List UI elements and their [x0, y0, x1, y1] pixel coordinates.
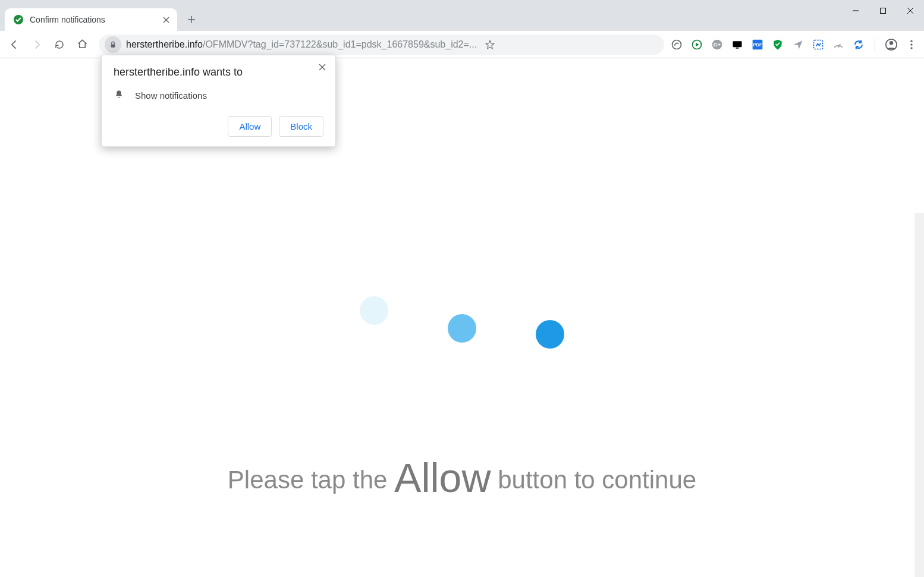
- bookmark-star-icon[interactable]: [482, 36, 498, 53]
- allow-button[interactable]: Allow: [228, 116, 272, 137]
- tab-confirm-notifications[interactable]: Confirm notifications: [5, 8, 177, 31]
- ext-gauge-icon[interactable]: [832, 38, 845, 51]
- cta-after: button to continue: [491, 466, 697, 494]
- close-dialog-button[interactable]: [315, 60, 329, 74]
- dialog-request-text: Show notifications: [135, 90, 207, 101]
- url-display: herstertheribe.info/OFMMDV?tag_id=737122…: [126, 39, 477, 50]
- ext-monitor-icon[interactable]: [731, 38, 744, 51]
- profile-avatar-icon[interactable]: [885, 38, 898, 51]
- home-button[interactable]: [71, 34, 93, 55]
- url-path: /OFMMDV?tag_id=737122&sub_id1=pdsk_16678…: [203, 39, 477, 49]
- block-button[interactable]: Block: [279, 116, 323, 137]
- loader-dot-1: [360, 296, 388, 325]
- svg-rect-9: [111, 44, 115, 47]
- url-host: herstertheribe.info: [126, 39, 203, 49]
- svg-point-23: [910, 43, 912, 45]
- ext-shield-icon[interactable]: [771, 38, 784, 51]
- forward-button[interactable]: [26, 34, 48, 55]
- site-info-lock-icon[interactable]: [105, 36, 121, 53]
- loader-dot-3: [536, 320, 564, 349]
- minimize-button[interactable]: [842, 0, 869, 21]
- ext-play-icon[interactable]: [690, 38, 703, 51]
- svg-point-24: [910, 47, 912, 49]
- svg-point-22: [910, 40, 912, 42]
- omnibox[interactable]: herstertheribe.info/OFMMDV?tag_id=737122…: [99, 35, 664, 55]
- close-tab-button[interactable]: [161, 14, 171, 25]
- ext-clip-icon[interactable]: [812, 38, 825, 51]
- ext-pdf-icon[interactable]: PDF: [751, 38, 764, 51]
- svg-text:G+: G+: [714, 42, 721, 48]
- toolbar-divider: [875, 38, 875, 51]
- tab-title: Confirm notifications: [30, 15, 155, 24]
- tabstrip: Confirm notifications: [0, 0, 924, 31]
- loader-dots: [360, 314, 564, 343]
- scrollbar[interactable]: [914, 213, 924, 577]
- new-tab-button[interactable]: [182, 10, 201, 29]
- svg-point-21: [890, 41, 893, 45]
- check-circle-icon: [13, 14, 24, 25]
- back-button[interactable]: [4, 34, 25, 55]
- window-controls: [842, 0, 924, 21]
- ext-paperplane-icon[interactable]: [791, 38, 804, 51]
- svg-rect-14: [733, 41, 742, 47]
- maximize-button[interactable]: [869, 0, 897, 21]
- ext-gplus-icon[interactable]: G+: [711, 38, 724, 51]
- extensions-row: G+ PDF: [670, 38, 920, 51]
- reload-button[interactable]: [49, 34, 70, 55]
- cta-text: Please tap the Allow button to continue: [228, 451, 696, 497]
- cta-emphasis: Allow: [394, 455, 491, 500]
- svg-point-10: [672, 40, 681, 49]
- notification-permission-dialog: herstertheribe.info wants to Show notifi…: [101, 55, 336, 147]
- kebab-menu-icon[interactable]: [905, 38, 918, 51]
- ext-dashlane-icon[interactable]: [670, 38, 683, 51]
- cta-before: Please tap the: [228, 466, 394, 494]
- svg-rect-1: [881, 8, 886, 14]
- svg-text:PDF: PDF: [753, 42, 762, 48]
- dialog-title: herstertheribe.info wants to: [114, 66, 323, 79]
- loader-dot-2: [448, 314, 476, 343]
- ext-sync-icon[interactable]: [852, 38, 865, 51]
- bell-icon: [114, 89, 124, 102]
- svg-rect-15: [736, 48, 739, 49]
- close-window-button[interactable]: [897, 0, 924, 21]
